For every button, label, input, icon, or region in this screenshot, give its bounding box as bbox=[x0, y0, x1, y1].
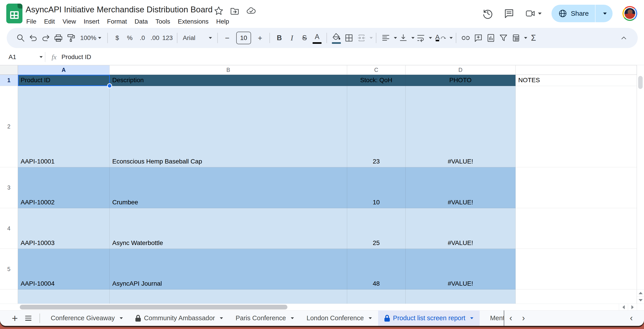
text-color-button[interactable]: A bbox=[311, 31, 323, 45]
menu-help[interactable]: Help bbox=[212, 17, 233, 26]
cell-a1[interactable]: Product ID bbox=[18, 75, 110, 86]
cell-a5[interactable]: AAPI-10004 bbox=[18, 249, 110, 290]
cell-d1[interactable]: PHOTO bbox=[406, 75, 516, 86]
merge-cells-button[interactable] bbox=[355, 31, 368, 45]
sheet-tab-truncated[interactable]: Ment bbox=[484, 310, 504, 326]
undo-icon[interactable] bbox=[27, 31, 40, 45]
column-header-a[interactable]: A bbox=[18, 65, 110, 75]
sheet-tab-caret-icon[interactable] bbox=[120, 317, 123, 319]
formula-input[interactable]: Product ID bbox=[62, 54, 91, 61]
cell-e4[interactable] bbox=[516, 208, 637, 249]
cell-d3[interactable]: #VALUE! bbox=[406, 167, 516, 208]
cell-e1[interactable]: NOTES bbox=[516, 75, 637, 86]
zoom-control[interactable]: 100% bbox=[77, 31, 104, 45]
paint-format-icon[interactable] bbox=[65, 31, 77, 45]
row-header-4[interactable]: 4 bbox=[0, 208, 18, 249]
vertical-align-button[interactable] bbox=[397, 31, 410, 45]
name-box[interactable]: A1 bbox=[0, 54, 43, 61]
increase-font-size-button[interactable]: + bbox=[254, 31, 266, 45]
cell-c1[interactable]: Stock: QoH bbox=[347, 75, 406, 86]
text-rotation-button[interactable]: A bbox=[432, 31, 448, 45]
search-menus-icon[interactable] bbox=[14, 31, 27, 45]
column-header-c[interactable]: C bbox=[347, 65, 406, 75]
row-header-3[interactable]: 3 bbox=[0, 167, 18, 208]
cell-b6[interactable] bbox=[110, 290, 347, 304]
cell-c6[interactable] bbox=[347, 290, 406, 304]
cell-b5[interactable]: AsyncAPI Journal bbox=[110, 249, 347, 290]
cell-d4[interactable]: #VALUE! bbox=[406, 208, 516, 249]
sheets-logo[interactable] bbox=[6, 4, 22, 23]
cell-e6[interactable] bbox=[516, 290, 637, 304]
increase-decimal-button[interactable]: .00 bbox=[149, 31, 161, 45]
all-sheets-button[interactable] bbox=[22, 312, 35, 325]
menu-extensions[interactable]: Extensions bbox=[174, 17, 212, 26]
menu-insert[interactable]: Insert bbox=[80, 17, 103, 26]
cell-d5[interactable]: #VALUE! bbox=[406, 249, 516, 290]
cell-c4[interactable]: 25 bbox=[347, 208, 406, 249]
redo-icon[interactable] bbox=[40, 31, 52, 45]
cell-e5[interactable] bbox=[516, 249, 637, 290]
row-header-5[interactable]: 5 bbox=[0, 249, 18, 290]
sheet-tab-caret-icon[interactable] bbox=[291, 317, 294, 319]
sheet-tab-caret-icon[interactable] bbox=[470, 317, 473, 319]
add-sheet-button[interactable]: + bbox=[8, 312, 22, 325]
vertical-scrollbar-thumb[interactable] bbox=[638, 76, 643, 89]
menu-edit[interactable]: Edit bbox=[40, 17, 58, 26]
sheet-tab-product-list-screen-report[interactable]: Product list screen report bbox=[378, 310, 480, 326]
cell-a2[interactable]: AAPI-10001 bbox=[18, 86, 110, 167]
sheet-tab-paris-conference[interactable]: Paris Conference bbox=[229, 310, 300, 326]
select-all-corner[interactable] bbox=[0, 65, 18, 75]
cell-a3[interactable]: AAPI-10002 bbox=[18, 167, 110, 208]
cell-c5[interactable]: 48 bbox=[347, 249, 406, 290]
fill-color-button[interactable] bbox=[330, 31, 343, 45]
cell-b3[interactable]: Crumbee bbox=[110, 167, 347, 208]
more-formats-button[interactable]: 123 bbox=[161, 31, 174, 45]
share-dropdown[interactable] bbox=[596, 5, 612, 22]
cell-a6[interactable] bbox=[18, 290, 110, 304]
video-camera-caret-icon[interactable] bbox=[538, 12, 542, 14]
print-icon[interactable] bbox=[52, 31, 65, 45]
row-header-1[interactable]: 1 bbox=[0, 75, 18, 86]
cell-d6[interactable] bbox=[406, 290, 516, 304]
row-header-6[interactable] bbox=[0, 290, 18, 304]
cell-a4[interactable]: AAPI-10003 bbox=[18, 208, 110, 249]
cell-b2[interactable]: Econscious Hemp Baseball Cap bbox=[110, 86, 347, 167]
decrease-decimal-button[interactable]: .0 bbox=[136, 31, 149, 45]
account-avatar[interactable] bbox=[622, 6, 637, 21]
vertical-scrollbar[interactable] bbox=[637, 65, 644, 304]
borders-button[interactable] bbox=[343, 31, 355, 45]
menu-format[interactable]: Format bbox=[103, 17, 131, 26]
scroll-down-button[interactable] bbox=[637, 296, 644, 304]
selection-handle[interactable] bbox=[107, 83, 112, 88]
tab-scroll-left-icon[interactable]: ‹ bbox=[504, 313, 517, 323]
text-wrap-button[interactable] bbox=[414, 31, 427, 45]
scroll-up-button[interactable] bbox=[637, 289, 644, 296]
comments-icon[interactable] bbox=[504, 8, 515, 19]
sheet-tab-conference-giveaway[interactable]: Conference Giveaway bbox=[44, 310, 129, 326]
insert-link-icon[interactable] bbox=[460, 31, 472, 45]
create-filter-icon[interactable] bbox=[497, 31, 510, 45]
column-header-b[interactable]: B bbox=[110, 65, 347, 75]
cell-b4[interactable]: Async Waterbottle bbox=[110, 208, 347, 249]
table-tools-icon[interactable] bbox=[510, 31, 522, 45]
cell-c3[interactable]: 10 bbox=[347, 167, 406, 208]
sheet-tab-london-conference[interactable]: London Conference bbox=[300, 310, 378, 326]
format-currency-button[interactable]: $ bbox=[111, 31, 124, 45]
functions-button[interactable]: Σ bbox=[527, 31, 540, 45]
horizontal-align-button[interactable] bbox=[380, 31, 392, 45]
strikethrough-button[interactable]: S bbox=[298, 31, 311, 45]
cell-c2[interactable]: 23 bbox=[347, 86, 406, 167]
side-panel-collapse-icon[interactable]: ‹ bbox=[625, 313, 638, 323]
decrease-font-size-button[interactable]: − bbox=[221, 31, 234, 45]
cloud-saved-icon[interactable] bbox=[246, 6, 256, 16]
font-size-input[interactable]: 10 bbox=[236, 32, 251, 44]
scroll-left-button[interactable] bbox=[619, 304, 628, 310]
column-header-d[interactable]: D bbox=[406, 65, 516, 75]
horizontal-scrollbar[interactable] bbox=[0, 304, 637, 310]
menu-tools[interactable]: Tools bbox=[152, 17, 174, 26]
insert-chart-icon[interactable] bbox=[484, 31, 497, 45]
sheet-tab-community-ambassador[interactable]: Community Ambassador bbox=[129, 310, 229, 326]
font-selector[interactable]: Arial bbox=[180, 31, 214, 45]
move-to-folder-icon[interactable] bbox=[230, 6, 240, 16]
cell-b1[interactable]: Description bbox=[110, 75, 347, 86]
